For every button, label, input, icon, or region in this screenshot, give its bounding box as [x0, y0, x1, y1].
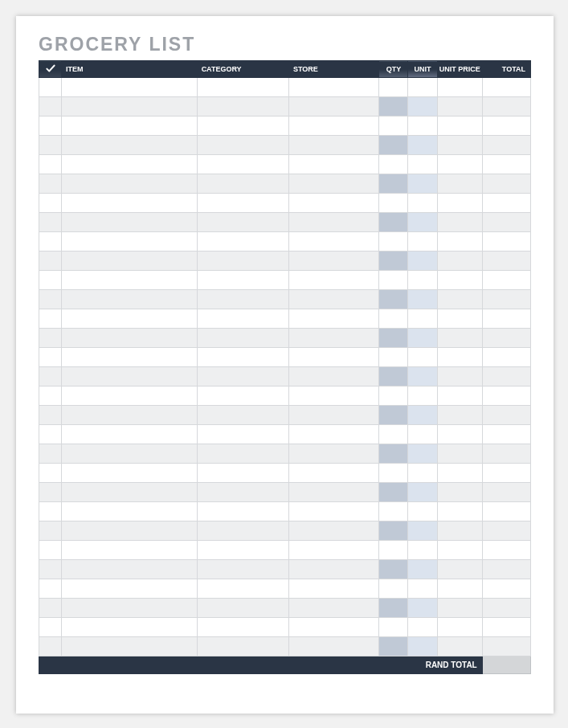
cell-total[interactable] — [482, 348, 530, 367]
cell-item[interactable] — [62, 541, 198, 560]
cell-total[interactable] — [482, 97, 530, 117]
cell-check[interactable] — [39, 386, 62, 406]
cell-qty[interactable] — [379, 560, 408, 579]
cell-store[interactable] — [288, 194, 378, 213]
cell-category[interactable] — [197, 541, 288, 560]
cell-category[interactable] — [197, 78, 288, 97]
cell-unit[interactable] — [408, 483, 437, 502]
cell-check[interactable] — [39, 541, 62, 560]
cell-unit[interactable] — [408, 78, 437, 97]
cell-unit-price[interactable] — [437, 194, 482, 213]
cell-item[interactable] — [62, 136, 198, 155]
cell-item[interactable] — [62, 425, 198, 444]
cell-item[interactable] — [62, 117, 198, 136]
cell-qty[interactable] — [379, 425, 408, 444]
cell-total[interactable] — [482, 483, 530, 502]
cell-item[interactable] — [62, 483, 198, 502]
cell-store[interactable] — [288, 521, 378, 541]
cell-unit-price[interactable] — [437, 309, 482, 329]
cell-unit-price[interactable] — [437, 367, 482, 386]
cell-unit-price[interactable] — [437, 271, 482, 290]
cell-item[interactable] — [62, 155, 198, 174]
cell-store[interactable] — [288, 97, 378, 117]
cell-item[interactable] — [62, 97, 198, 117]
cell-total[interactable] — [482, 444, 530, 464]
cell-store[interactable] — [288, 502, 378, 521]
cell-qty[interactable] — [379, 213, 408, 232]
cell-store[interactable] — [288, 78, 378, 97]
cell-item[interactable] — [62, 579, 198, 599]
cell-total[interactable] — [482, 618, 530, 637]
cell-store[interactable] — [288, 213, 378, 232]
cell-category[interactable] — [197, 386, 288, 406]
cell-total[interactable] — [482, 560, 530, 579]
cell-unit-price[interactable] — [437, 425, 482, 444]
cell-unit[interactable] — [408, 367, 437, 386]
cell-store[interactable] — [288, 464, 378, 483]
cell-unit[interactable] — [408, 425, 437, 444]
cell-check[interactable] — [39, 502, 62, 521]
cell-unit[interactable] — [408, 117, 437, 136]
cell-category[interactable] — [197, 425, 288, 444]
cell-item[interactable] — [62, 444, 198, 464]
cell-item[interactable] — [62, 232, 198, 252]
cell-category[interactable] — [197, 406, 288, 425]
cell-category[interactable] — [197, 136, 288, 155]
cell-category[interactable] — [197, 579, 288, 599]
cell-qty[interactable] — [379, 232, 408, 252]
cell-category[interactable] — [197, 483, 288, 502]
cell-unit-price[interactable] — [437, 599, 482, 618]
cell-check[interactable] — [39, 232, 62, 252]
cell-qty[interactable] — [379, 271, 408, 290]
cell-qty[interactable] — [379, 348, 408, 367]
cell-unit[interactable] — [408, 579, 437, 599]
cell-total[interactable] — [482, 579, 530, 599]
cell-unit-price[interactable] — [437, 213, 482, 232]
cell-qty[interactable] — [379, 502, 408, 521]
cell-check[interactable] — [39, 637, 62, 656]
cell-check[interactable] — [39, 599, 62, 618]
cell-unit-price[interactable] — [437, 541, 482, 560]
cell-store[interactable] — [288, 367, 378, 386]
cell-check[interactable] — [39, 213, 62, 232]
cell-check[interactable] — [39, 483, 62, 502]
cell-check[interactable] — [39, 425, 62, 444]
cell-unit-price[interactable] — [437, 406, 482, 425]
cell-check[interactable] — [39, 290, 62, 309]
cell-item[interactable] — [62, 406, 198, 425]
cell-qty[interactable] — [379, 618, 408, 637]
cell-store[interactable] — [288, 174, 378, 194]
cell-check[interactable] — [39, 309, 62, 329]
cell-total[interactable] — [482, 541, 530, 560]
cell-store[interactable] — [288, 290, 378, 309]
cell-item[interactable] — [62, 78, 198, 97]
cell-check[interactable] — [39, 464, 62, 483]
cell-qty[interactable] — [379, 155, 408, 174]
cell-qty[interactable] — [379, 637, 408, 656]
cell-total[interactable] — [482, 329, 530, 348]
cell-store[interactable] — [288, 406, 378, 425]
cell-store[interactable] — [288, 309, 378, 329]
cell-unit[interactable] — [408, 637, 437, 656]
cell-item[interactable] — [62, 290, 198, 309]
cell-unit[interactable] — [408, 232, 437, 252]
cell-qty[interactable] — [379, 97, 408, 117]
cell-item[interactable] — [62, 560, 198, 579]
cell-total[interactable] — [482, 502, 530, 521]
cell-unit-price[interactable] — [437, 155, 482, 174]
cell-total[interactable] — [482, 174, 530, 194]
cell-check[interactable] — [39, 136, 62, 155]
cell-total[interactable] — [482, 155, 530, 174]
cell-category[interactable] — [197, 97, 288, 117]
cell-item[interactable] — [62, 329, 198, 348]
cell-unit-price[interactable] — [437, 329, 482, 348]
cell-category[interactable] — [197, 637, 288, 656]
cell-store[interactable] — [288, 329, 378, 348]
cell-category[interactable] — [197, 502, 288, 521]
cell-category[interactable] — [197, 155, 288, 174]
cell-check[interactable] — [39, 329, 62, 348]
cell-item[interactable] — [62, 464, 198, 483]
cell-unit-price[interactable] — [437, 117, 482, 136]
cell-unit-price[interactable] — [437, 502, 482, 521]
cell-unit[interactable] — [408, 290, 437, 309]
